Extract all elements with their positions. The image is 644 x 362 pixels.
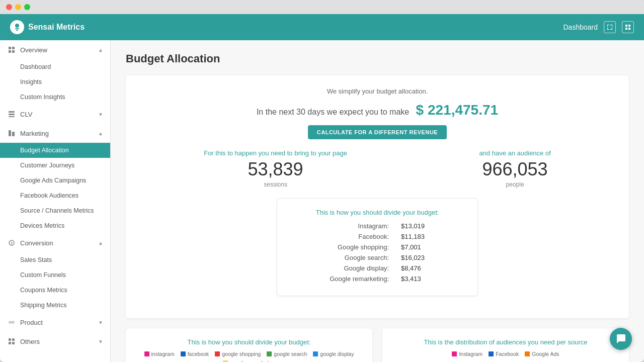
legend-item: google search (267, 351, 307, 357)
audience-label: and have an audience of (479, 149, 550, 157)
page-title: Budget Allocation (126, 52, 629, 65)
sidebar-item-devices-metrics[interactable]: Devices Metrics (0, 218, 110, 233)
product-label: Product (20, 319, 98, 326)
main-layout: Overview ▲ Dashboard Insights Custom Ins… (0, 40, 644, 362)
breakdown-value: $8,476 (401, 264, 436, 272)
sidebar-item-coupons-metrics[interactable]: Coupons Metrics (0, 283, 110, 298)
budget-breakdown: This is how you should divide your budge… (277, 198, 478, 296)
sidebar-group-marketing[interactable]: Marketing ▲ (0, 124, 110, 143)
sidebar-item-custom-funnels[interactable]: Custom Funnels (0, 267, 110, 283)
legend-dot (215, 351, 220, 356)
main-card: We simplify your budget allocation. In t… (126, 75, 629, 318)
legend-label: facebook (188, 351, 209, 357)
minimize-button[interactable] (15, 4, 21, 10)
legend-label: instagram (151, 351, 175, 357)
stats-row: For this to happen you need to bring to … (138, 149, 617, 188)
sidebar-item-source-channels[interactable]: Source / Channels Metrics (0, 203, 110, 218)
legend-label: Google Ads (532, 351, 559, 357)
sessions-unit: sessions (204, 181, 347, 188)
breakdown-row: Google remarketing:$3,413 (292, 275, 462, 283)
chart-card-right: This is the distribution of audiences yo… (382, 328, 629, 362)
sessions-block: For this to happen you need to bring to … (204, 149, 347, 188)
topbar: Sensai Metrics Dashboard (0, 14, 644, 40)
breakdown-rows: Instagram:$13,019Facebook:$11,183Google … (292, 222, 462, 283)
maximize-button[interactable] (24, 4, 30, 10)
chart-left-title: This is how you should divide your budge… (136, 338, 362, 346)
breakdown-label: Google display: (318, 264, 389, 272)
clv-chevron: ▼ (98, 112, 103, 117)
clv-label: CLV (20, 111, 98, 118)
sessions-value: 53,839 (204, 159, 347, 180)
close-button[interactable] (6, 4, 12, 10)
sidebar-item-google-ads[interactable]: Google Ads Campaigns (0, 173, 110, 188)
topbar-page-label: Dashboard (564, 23, 598, 31)
sidebar-item-shipping-metrics[interactable]: Shipping Metrics (0, 298, 110, 313)
sidebar-group-clv[interactable]: CLV ▼ (0, 105, 110, 124)
svg-rect-23 (9, 342, 11, 344)
subtitle-text: We simplify your budget allocation. (138, 87, 617, 95)
breakdown-label: Facebook: (318, 233, 389, 240)
legend-item: google display (313, 351, 354, 357)
overview-chevron: ▲ (98, 47, 103, 53)
sidebar-item-sales-stats[interactable]: Sales Stats (0, 252, 110, 267)
sidebar-group-product[interactable]: Product ▼ (0, 313, 110, 332)
svg-rect-3 (625, 25, 627, 27)
app-window: Sensai Metrics Dashboard (0, 0, 644, 362)
marketing-chevron: ▲ (98, 131, 103, 136)
svg-point-18 (9, 321, 11, 323)
titlebar (0, 0, 644, 14)
breakdown-value: $11,183 (401, 233, 436, 240)
sidebar-section-overview: Overview ▲ Dashboard Insights Custom Ins… (0, 40, 110, 105)
clv-icon (7, 110, 16, 119)
main-content: Budget Allocation We simplify your budge… (111, 40, 644, 362)
chart-right-title: This is the distribution of audiences yo… (392, 338, 619, 346)
product-chevron: ▼ (98, 320, 103, 325)
sidebar-group-others[interactable]: Others ▼ (0, 332, 110, 351)
svg-rect-10 (12, 50, 15, 53)
revenue-amount: $ 221,475.71 (416, 102, 499, 118)
legend-dot (452, 351, 457, 356)
svg-rect-9 (9, 50, 11, 53)
svg-rect-1 (15, 28, 19, 29)
audience-value: 966,053 (479, 159, 550, 180)
svg-point-0 (15, 24, 19, 28)
breakdown-value: $16,023 (401, 254, 436, 261)
product-icon (7, 318, 16, 327)
legend-dot (144, 351, 149, 356)
grid-icon[interactable] (622, 21, 634, 33)
legend-label: google search (274, 351, 307, 357)
sidebar-item-facebook-audiences[interactable]: Facebook Audiences (0, 188, 110, 203)
audience-unit: people (479, 181, 550, 188)
sidebar-item-customer-journeys[interactable]: Customer Journeys (0, 158, 110, 173)
sidebar-item-insights[interactable]: Insights (0, 74, 110, 89)
sidebar-group-overview[interactable]: Overview ▲ (0, 40, 110, 59)
expand-icon[interactable] (604, 21, 616, 33)
sidebar-group-conversion[interactable]: $ Conversion ▲ (0, 233, 110, 252)
sidebar-item-custom-insights[interactable]: Custom Insights (0, 89, 110, 105)
topbar-right: Dashboard (564, 21, 634, 33)
svg-rect-5 (625, 28, 627, 30)
svg-rect-11 (9, 111, 15, 113)
chart-left-legend: instagramfacebookgoogle shoppinggoogle s… (136, 351, 362, 362)
svg-rect-12 (9, 114, 15, 115)
calc-button[interactable]: CALCULATE FOR A DIFFERENT REVENUE (308, 125, 447, 139)
legend-label: google remarketing (230, 360, 275, 362)
audience-block: and have an audience of 966,053 people (479, 149, 550, 188)
breakdown-row: Instagram:$13,019 (292, 222, 462, 230)
svg-rect-21 (9, 338, 11, 341)
sidebar-item-budget-allocation[interactable]: Budget Allocation (0, 143, 110, 158)
svg-rect-4 (628, 25, 630, 27)
legend-dot (267, 351, 272, 356)
conversion-icon: $ (7, 238, 16, 247)
breakdown-title: This is how you should divide your budge… (292, 209, 462, 216)
chat-button[interactable] (610, 328, 632, 350)
legend-dot (181, 351, 186, 356)
chart-card-left: This is how you should divide your budge… (126, 328, 372, 362)
sidebar-item-dashboard[interactable]: Dashboard (0, 59, 110, 74)
svg-rect-8 (12, 47, 15, 49)
legend-label: google display (320, 351, 354, 357)
svg-rect-2 (16, 30, 18, 31)
overview-icon (7, 45, 16, 54)
chart-right-legend: InstagramFacebookGoogle Ads (392, 351, 619, 357)
breakdown-label: Google search: (318, 254, 389, 261)
